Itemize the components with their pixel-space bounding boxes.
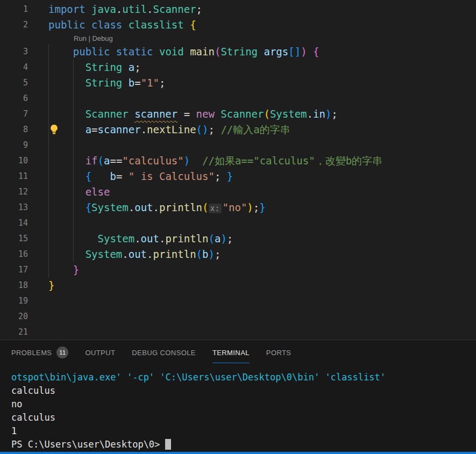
- line-number[interactable]: 8: [0, 122, 28, 138]
- code-line-2[interactable]: 2public class classlist {: [0, 17, 476, 33]
- tab-problems[interactable]: PROBLEMS11: [11, 340, 68, 365]
- code-token: [86, 19, 91, 31]
- tab-terminal[interactable]: TERMINAL: [212, 340, 250, 365]
- code-line-14[interactable]: 14: [0, 215, 476, 231]
- run-debug-codelens[interactable]: Run | Debug: [74, 33, 113, 44]
- line-number[interactable]: 4: [0, 60, 28, 75]
- code-token: .: [129, 201, 134, 213]
- line-number[interactable]: 17: [0, 262, 28, 278]
- tab-ports[interactable]: PORTS: [266, 340, 292, 365]
- code-line-20[interactable]: 20: [0, 309, 476, 325]
- code-token: Scanner: [153, 3, 196, 15]
- inlay-hint: x:: [209, 204, 222, 213]
- line-number[interactable]: 1: [0, 2, 28, 17]
- line-number[interactable]: 7: [0, 106, 28, 122]
- line-number[interactable]: 19: [0, 293, 28, 309]
- code-line-12[interactable]: 12 else: [0, 184, 476, 200]
- code-token: [184, 46, 190, 57]
- code-token: String: [221, 46, 258, 57]
- code-token: static: [116, 46, 153, 57]
- code-line-1[interactable]: 1import java.util.Scanner;: [0, 2, 476, 17]
- code-token: ): [221, 233, 226, 244]
- code-line-10[interactable]: 10 if(a=="calculus") //如果a=="calculus"，改…: [0, 153, 476, 169]
- code-line-18[interactable]: 18}: [0, 278, 476, 293]
- code-line-15[interactable]: 15 System.out.println(a);: [0, 231, 476, 247]
- code-line-8[interactable]: 8 a=scanner.nextLine(); //輸入a的字串: [0, 122, 476, 138]
- terminal-prompt: PS C:\Users\user\Desktop\0>: [11, 439, 160, 450]
- terminal-line: calculus: [11, 411, 476, 424]
- line-number[interactable]: 5: [0, 75, 28, 91]
- terminal[interactable]: otspot\bin\java.exe' '-cp' 'C:\Users\use…: [0, 365, 476, 454]
- code-token: [48, 170, 86, 182]
- code-token: nextLine: [147, 124, 196, 135]
- code-line-6[interactable]: 6: [0, 91, 476, 106]
- code-line-11[interactable]: 11 { b= " is Calculus"; }: [0, 169, 476, 184]
- code-token: [122, 19, 128, 31]
- line-number[interactable]: 11: [0, 169, 28, 184]
- code-line-19[interactable]: 19: [0, 293, 476, 309]
- code-token: ;: [331, 108, 337, 120]
- code-token: =: [134, 77, 140, 89]
- code-token: [184, 19, 190, 31]
- code-token: {: [313, 46, 319, 57]
- code-token: out: [134, 201, 153, 213]
- line-number[interactable]: 2: [0, 17, 28, 33]
- code-line-13[interactable]: 13 {System.out.println(x:"no");}: [0, 200, 476, 215]
- code-text: public static void main(String args[]) {: [28, 44, 319, 60]
- code-line-17[interactable]: 17 }: [0, 262, 476, 278]
- code-token: args: [264, 46, 288, 57]
- code-token: import: [48, 3, 86, 15]
- code-line-21[interactable]: 21: [0, 325, 476, 340]
- code-token: String: [86, 61, 123, 73]
- line-number[interactable]: 10: [0, 153, 28, 169]
- code-token: util: [122, 3, 147, 15]
- code-token: [48, 61, 86, 73]
- code-text: if(a=="calculus") //如果a=="calculus"，改變b的…: [28, 153, 382, 169]
- tab-debug-console[interactable]: DEBUG CONSOLE: [132, 340, 196, 365]
- line-number[interactable]: 6: [0, 91, 28, 106]
- code-token: .: [122, 248, 128, 260]
- tab-label: TERMINAL: [212, 349, 250, 357]
- code-token: [48, 77, 86, 89]
- code-line-16[interactable]: 16 System.out.println(b);: [0, 247, 476, 262]
- code-token: [91, 170, 110, 182]
- line-number[interactable]: 9: [0, 138, 28, 153]
- code-token: ): [209, 248, 215, 260]
- code-token: println: [153, 248, 196, 260]
- code-line-3[interactable]: 3 public static void main(String args[])…: [0, 44, 476, 60]
- line-number[interactable]: 3: [0, 44, 28, 60]
- code-token: (: [208, 233, 214, 244]
- indent-guide: [48, 153, 49, 169]
- line-number[interactable]: 20: [0, 309, 28, 325]
- code-token: ;: [253, 201, 259, 213]
- code-token: {: [86, 201, 91, 213]
- code-line-7[interactable]: 7 Scanner scanner = new Scanner(System.i…: [0, 106, 476, 122]
- code-token: a: [86, 124, 91, 135]
- code-token: .: [116, 3, 122, 15]
- line-number[interactable]: 16: [0, 247, 28, 262]
- code-token: println: [165, 233, 208, 244]
- tab-label: OUTPUT: [85, 349, 115, 357]
- code-token: void: [159, 46, 184, 57]
- tab-label: PROBLEMS: [11, 349, 52, 357]
- codelens-row: Run | Debug: [0, 33, 476, 44]
- code-line-5[interactable]: 5 String b="1";: [0, 75, 476, 91]
- line-number[interactable]: 15: [0, 231, 28, 247]
- code-line-4[interactable]: 4 String a;: [0, 60, 476, 75]
- indent-guide: [48, 184, 49, 200]
- code-token: [153, 46, 159, 57]
- code-token: println: [159, 201, 202, 213]
- line-number[interactable]: 12: [0, 184, 28, 200]
- line-number[interactable]: 13: [0, 200, 28, 215]
- line-number[interactable]: 18: [0, 278, 28, 293]
- tab-output[interactable]: OUTPUT: [85, 340, 115, 365]
- code-token: Scanner: [86, 108, 129, 120]
- code-text: System.out.println(a);: [28, 231, 233, 247]
- line-number[interactable]: 14: [0, 215, 28, 231]
- line-number[interactable]: 21: [0, 325, 28, 340]
- code-line-9[interactable]: 9: [0, 138, 476, 153]
- lightbulb-icon[interactable]: [49, 124, 59, 135]
- code-token: ;: [227, 233, 233, 244]
- code-editor[interactable]: 1import java.util.Scanner;2public class …: [0, 0, 476, 340]
- code-token: {: [190, 19, 196, 31]
